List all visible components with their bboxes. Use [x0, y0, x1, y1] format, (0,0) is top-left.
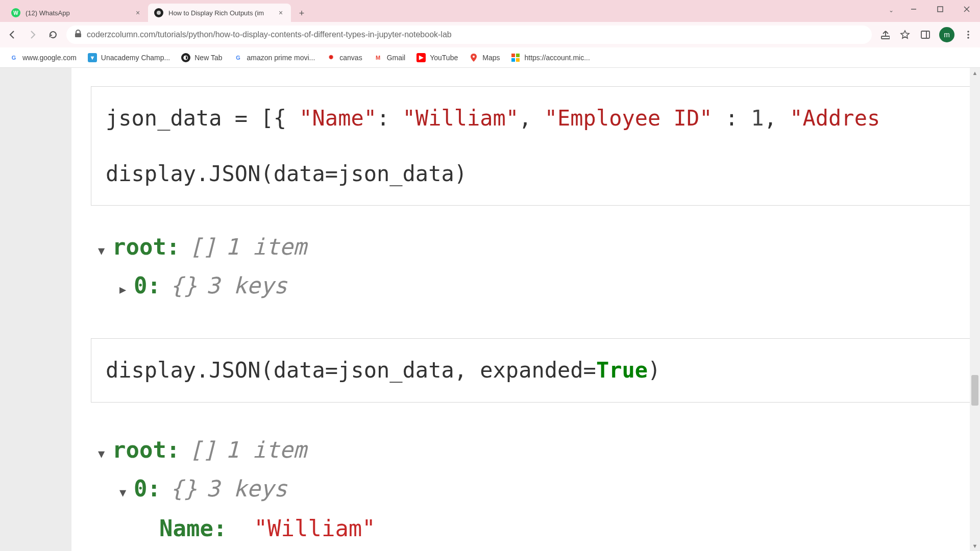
bookmark-label: Gmail — [387, 54, 406, 62]
microsoft-icon — [511, 53, 520, 62]
lock-icon — [75, 30, 82, 40]
bookmark-newtab[interactable]: ◐ New Tab — [181, 53, 222, 62]
svg-rect-5 — [881, 36, 890, 39]
json-output-1: ▼ root: [] 1 item ▶ 0: {} 3 keys — [98, 230, 980, 303]
svg-point-8 — [967, 31, 969, 33]
page-content-area: json_data = [{ "Name": "William", "Emplo… — [0, 68, 980, 551]
bookmarks-bar: G www.google.com ▼ Unacademy Champ... ◐ … — [0, 47, 980, 68]
code-line: display.JSON(data=json_data, expanded= — [106, 358, 596, 383]
tree-meta: 3 keys — [206, 472, 287, 506]
minimize-button[interactable] — [900, 0, 927, 18]
tree-key: 0: — [134, 269, 161, 303]
bookmark-microsoft[interactable]: https://account.mic... — [511, 53, 590, 62]
tree-leaf-row: Name: "William" — [159, 512, 980, 545]
article-body: json_data = [{ "Name": "William", "Emplo… — [71, 68, 980, 551]
svg-point-10 — [967, 37, 969, 39]
bookmark-star-icon[interactable] — [898, 28, 912, 41]
close-icon[interactable]: × — [277, 9, 285, 17]
code-line: display.JSON(data=json_data) — [106, 157, 965, 191]
google-icon: G — [233, 53, 242, 62]
scroll-down-icon[interactable]: ▼ — [970, 541, 980, 551]
tab-title: How to Display Rich Outputs (im — [168, 9, 274, 17]
maximize-button[interactable] — [927, 0, 953, 18]
scroll-up-icon[interactable]: ▲ — [970, 68, 980, 78]
canvas-icon: ✺ — [326, 53, 335, 62]
tree-type: [] — [189, 433, 216, 467]
address-bar[interactable]: coderzcolumn.com/tutorials/python/how-to… — [66, 26, 872, 44]
bookmark-maps[interactable]: Maps — [469, 53, 500, 62]
tree-child-row[interactable]: ▶ 0: {} 3 keys — [119, 269, 980, 303]
svg-rect-1 — [938, 7, 943, 12]
collapse-icon[interactable]: ▼ — [98, 242, 112, 259]
tree-key: root: — [112, 433, 180, 467]
tree-value: "William" — [254, 512, 375, 545]
vertical-scrollbar[interactable]: ▲ ▼ — [970, 68, 980, 551]
window-controls: ⌄ — [882, 0, 980, 20]
bookmark-label: https://account.mic... — [524, 54, 590, 62]
site-favicon-icon — [154, 8, 163, 17]
tree-root-row[interactable]: ▼ root: [] 1 item — [98, 433, 980, 467]
svg-rect-14 — [511, 58, 515, 62]
chevron-down-icon[interactable]: ⌄ — [882, 0, 900, 20]
scroll-track[interactable] — [970, 78, 980, 541]
bookmark-label: Maps — [482, 54, 500, 62]
maps-icon — [469, 53, 478, 62]
unacademy-icon: ▼ — [88, 53, 97, 62]
svg-rect-4 — [75, 33, 81, 37]
tree-key: 0: — [134, 472, 161, 506]
svg-point-9 — [967, 34, 969, 36]
collapse-icon[interactable]: ▼ — [98, 445, 112, 462]
bookmark-label: YouTube — [430, 54, 458, 62]
bookmark-google[interactable]: G www.google.com — [9, 53, 77, 62]
tab-whatsapp[interactable]: W (12) WhatsApp × — [5, 4, 148, 22]
new-tab-button[interactable]: + — [294, 6, 309, 21]
tab-bar: W (12) WhatsApp × How to Display Rich Ou… — [0, 0, 980, 22]
svg-rect-6 — [921, 31, 929, 38]
bookmark-canvas[interactable]: ✺ canvas — [326, 53, 362, 62]
tab-active[interactable]: How to Display Rich Outputs (im × — [148, 4, 291, 22]
svg-point-11 — [473, 56, 475, 58]
code-cell-2: display.JSON(data=json_data, expanded=Tr… — [91, 338, 980, 402]
svg-rect-12 — [511, 54, 515, 57]
bookmark-amazon[interactable]: G amazon prime movi... — [233, 53, 315, 62]
close-icon[interactable]: × — [134, 9, 142, 17]
expand-icon[interactable]: ▶ — [119, 281, 134, 298]
bookmark-label: amazon prime movi... — [247, 54, 315, 62]
profile-avatar[interactable]: m — [939, 27, 954, 42]
tree-root-row[interactable]: ▼ root: [] 1 item — [98, 230, 980, 264]
json-output-2: ▼ root: [] 1 item ▼ 0: {} 3 keys Name: "… — [98, 433, 980, 545]
svg-rect-13 — [516, 54, 520, 57]
reload-button[interactable] — [46, 28, 60, 42]
bookmark-label: New Tab — [194, 54, 222, 62]
globe-icon: ◐ — [181, 53, 190, 62]
close-window-button[interactable] — [953, 0, 980, 18]
bookmark-youtube[interactable]: ▶ YouTube — [416, 53, 458, 62]
back-button[interactable] — [5, 28, 19, 42]
side-panel-icon[interactable] — [919, 28, 932, 41]
bookmark-label: canvas — [339, 54, 362, 62]
bookmark-gmail[interactable]: M Gmail — [374, 53, 406, 62]
tab-title: (12) WhatsApp — [26, 9, 131, 17]
left-margin — [0, 68, 71, 551]
menu-icon[interactable] — [962, 28, 975, 41]
collapse-icon[interactable]: ▼ — [119, 484, 134, 501]
forward-button[interactable] — [26, 28, 40, 42]
svg-rect-15 — [516, 58, 520, 62]
toolbar-right: m — [878, 27, 975, 42]
bookmark-unacademy[interactable]: ▼ Unacademy Champ... — [88, 53, 170, 62]
url-text: coderzcolumn.com/tutorials/python/how-to… — [87, 30, 864, 39]
gmail-icon: M — [374, 53, 383, 62]
tree-child-row[interactable]: ▼ 0: {} 3 keys — [119, 472, 980, 506]
tree-meta: 1 item — [225, 433, 306, 467]
tree-type: {} — [170, 472, 197, 506]
code-cell-1: json_data = [{ "Name": "William", "Emplo… — [91, 86, 980, 206]
share-icon[interactable] — [878, 28, 891, 41]
tree-key: Name: — [159, 512, 227, 545]
scroll-thumb[interactable] — [971, 375, 978, 406]
google-icon: G — [9, 53, 18, 62]
whatsapp-icon: W — [11, 8, 20, 17]
bookmark-label: Unacademy Champ... — [101, 54, 170, 62]
tree-meta: 3 keys — [206, 269, 287, 303]
browser-toolbar: coderzcolumn.com/tutorials/python/how-to… — [0, 22, 980, 47]
tree-meta: 1 item — [225, 230, 306, 264]
